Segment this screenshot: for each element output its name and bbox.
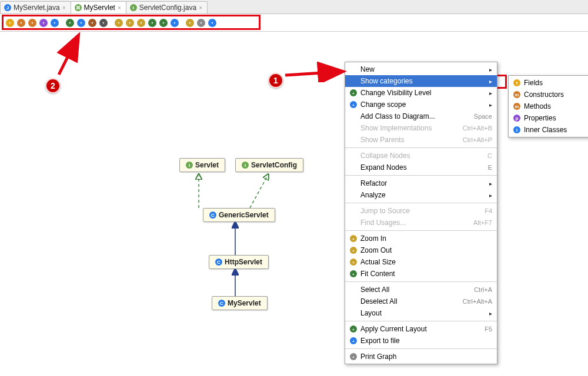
toolbar-apply-layout-button[interactable]: • [158, 18, 169, 28]
tab-label: MyServlet.java [14, 4, 60, 12]
toolbar-actual-size-button[interactable]: • [136, 18, 146, 28]
toolbar-zoom-in-button[interactable]: • [113, 18, 124, 28]
menu-item-label: Change scope [360, 100, 485, 109]
actual-size-icon: • [350, 258, 357, 266]
toolbar-scope-button[interactable]: • [76, 18, 86, 28]
submenu-item-label: Constructors [524, 90, 585, 99]
submenu-item-constructors[interactable]: mConstructors [509, 89, 588, 100]
toolbar-cat-inner-button[interactable]: • [49, 18, 60, 28]
export-icon: • [350, 337, 357, 344]
toolbar-cat-constructors-button[interactable]: • [16, 18, 26, 28]
menu-item-shortcut: Ctrl+Alt+P [463, 136, 492, 143]
toolbar-save-layout-button[interactable]: • [169, 18, 180, 28]
java-file-icon: J [4, 4, 11, 11]
menu-item-print-graph[interactable]: •Print Graph [345, 351, 497, 362]
menu-item-select-all[interactable]: Select AllCtrl+A [345, 284, 497, 296]
menu-item-shortcut: F5 [485, 325, 492, 333]
tab-myservlet-diagram[interactable]: ⌘ MyServlet × [71, 1, 126, 14]
node-label: ServletConfig [251, 161, 297, 169]
menu-item-shortcut: Ctrl+Alt+A [463, 298, 492, 305]
cat-inner-icon: • [51, 19, 59, 27]
submenu-item-fields[interactable]: fFields [509, 77, 588, 89]
zoom-in-icon: • [350, 235, 357, 242]
menu-item-label: Analyze [360, 191, 485, 199]
toolbar-print-button[interactable]: • [196, 18, 206, 28]
menu-item-show-implementations: Show ImplementationsCtrl+Alt+B [345, 122, 497, 134]
menu-item-layout[interactable]: Layout▸ [345, 307, 497, 319]
menu-item-refactor[interactable]: Refactor▸ [345, 177, 497, 189]
menu-item-zoom-in[interactable]: •Zoom In [345, 233, 497, 244]
diagram-canvas[interactable]: I Servlet I ServletConfig C GenericServl… [0, 32, 588, 376]
menu-item-shortcut: E [488, 164, 492, 171]
menu-item-add-class-to-diagram-[interactable]: Add Class to Diagram...Space [345, 110, 497, 122]
menu-item-find-usages-: Find Usages...Alt+F7 [345, 217, 497, 229]
cat-constructors-icon: • [17, 19, 25, 27]
node-httpservlet[interactable]: C HttpServlet [209, 255, 269, 269]
submenu-arrow-icon: ▸ [489, 192, 492, 199]
node-genericservlet[interactable]: C GenericServlet [203, 208, 275, 222]
toolbar-cat-fields-button[interactable]: • [5, 18, 15, 28]
apply-layout-icon: • [350, 325, 357, 333]
menu-item-label: Actual Size [360, 258, 492, 266]
export-icon: • [208, 19, 216, 27]
menu-item-zoom-out[interactable]: •Zoom Out [345, 244, 497, 256]
menu-item-change-scope[interactable]: •Change scope▸ [345, 99, 497, 110]
visibility-icon: • [66, 19, 74, 27]
menu-item-jump-to-source: Jump to SourceF4 [345, 205, 497, 217]
svg-line-4 [285, 72, 341, 75]
submenu-arrow-icon: ▸ [489, 102, 492, 108]
submenu-item-inner-classes[interactable]: IInner Classes [509, 124, 588, 136]
context-menu: New▸Show categories▸•Change Visibility L… [345, 62, 497, 364]
menu-item-new[interactable]: New▸ [345, 63, 497, 75]
menu-item-analyze[interactable]: Analyze▸ [345, 189, 497, 201]
toolbar-fit-content-button[interactable]: • [147, 18, 158, 28]
menu-item-fit-content[interactable]: •Fit Content [345, 268, 497, 280]
tab-servletconfig-java[interactable]: I ServletConfig.java × [126, 1, 208, 14]
menu-item-label: Show categories [360, 77, 485, 85]
menu-item-label: Find Usages... [360, 219, 464, 227]
node-servlet[interactable]: I Servlet [179, 158, 225, 172]
menu-item-change-visibility-level[interactable]: •Change Visibility Level▸ [345, 87, 497, 99]
annotation-badge-2: 2 [45, 78, 61, 93]
menu-item-deselect-all[interactable]: Deselect AllCtrl+Alt+A [345, 296, 497, 307]
submenu-item-label: Methods [524, 102, 585, 110]
cat-properties-icon: • [39, 19, 48, 27]
annotation-badge-1: 1 [268, 73, 283, 88]
submenu-arrow-icon: ▸ [489, 310, 492, 317]
menu-item-show-parents: Show ParentsCtrl+Alt+P [345, 134, 497, 146]
interface-icon: I [242, 162, 249, 169]
toolbar-export-button[interactable]: • [207, 18, 218, 28]
menu-item-expand-nodes[interactable]: Expand NodesE [345, 162, 497, 173]
cat-fields-icon: • [6, 19, 14, 27]
menu-item-shortcut: F4 [485, 207, 492, 214]
zoom-out-icon: • [126, 19, 134, 27]
toolbar-zoom-out-button[interactable]: • [125, 18, 135, 28]
menu-item-actual-size[interactable]: •Actual Size [345, 256, 497, 268]
node-myservlet[interactable]: C MyServlet [212, 296, 268, 310]
menu-item-apply-current-layout[interactable]: •Apply Current LayoutF5 [345, 323, 497, 335]
tab-myservlet-java[interactable]: J MyServlet.java × [0, 1, 71, 14]
menu-item-export-to-file[interactable]: •Export to file [345, 335, 497, 347]
node-label: Servlet [195, 161, 219, 169]
toolbar-visibility-button[interactable]: • [65, 18, 75, 28]
menu-item-label: Expand Nodes [360, 163, 479, 172]
toolbar-copy-button[interactable]: • [185, 18, 195, 28]
scope-icon: • [350, 101, 357, 108]
toolbar-edit-colors-button[interactable]: • [87, 18, 98, 28]
tab-close-icon[interactable]: × [62, 5, 66, 11]
menu-item-show-categories[interactable]: Show categories▸ [345, 75, 497, 87]
submenu-item-label: Fields [524, 79, 585, 87]
tab-close-icon[interactable]: × [118, 5, 121, 11]
menu-item-collapse-nodes: Collapse NodesC [345, 150, 497, 162]
node-label: MyServlet [228, 299, 261, 307]
toolbar-link-button[interactable]: • [98, 18, 109, 28]
submenu-item-methods[interactable]: mMethods [509, 100, 588, 112]
submenu-item-properties[interactable]: pProperties [509, 112, 588, 124]
actual-size-icon: • [137, 19, 145, 27]
category-icon: f [513, 79, 520, 86]
toolbar-cat-methods-button[interactable]: • [27, 18, 38, 28]
tab-close-icon[interactable]: × [199, 5, 202, 11]
class-icon: C [209, 212, 216, 219]
toolbar-cat-properties-button[interactable]: • [38, 18, 49, 28]
node-servletconfig[interactable]: I ServletConfig [235, 158, 303, 172]
